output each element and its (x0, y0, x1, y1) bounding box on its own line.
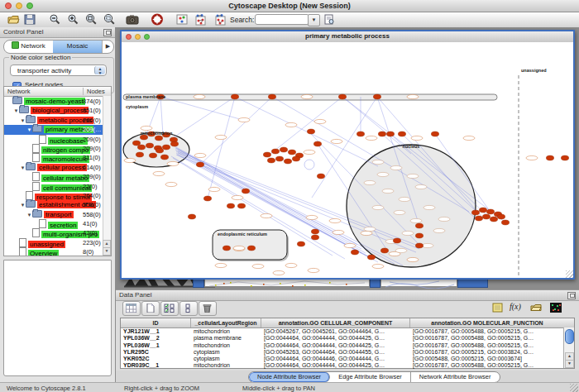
new-attribute-icon[interactable] (141, 301, 160, 316)
network-node[interactable] (227, 203, 234, 208)
app-resize-grip[interactable] (570, 384, 578, 392)
node-label-pill[interactable] (372, 160, 384, 164)
network-node[interactable] (284, 159, 291, 164)
network-edge[interactable] (235, 97, 378, 166)
matrix-icon[interactable] (548, 301, 562, 314)
disclosure-triangle-icon[interactable]: ▼ (20, 201, 26, 210)
node-label-pill[interactable] (382, 189, 394, 193)
network-node[interactable] (263, 152, 270, 157)
node-label-pill[interactable] (232, 195, 243, 199)
attribute-table-icon[interactable] (122, 301, 141, 316)
node-label-pill[interactable] (273, 270, 285, 275)
network-node[interactable] (380, 248, 388, 253)
network-node[interactable] (297, 241, 304, 246)
network-node[interactable] (203, 196, 211, 201)
node-label-pill[interactable] (526, 155, 538, 160)
layout-blue-icon[interactable] (213, 13, 227, 26)
node-label-pill[interactable] (394, 210, 405, 214)
network-node[interactable] (317, 174, 324, 179)
network-edge[interactable] (200, 97, 272, 165)
network-node[interactable] (155, 136, 162, 141)
node-label-pill[interactable] (364, 227, 376, 231)
tree-col-network[interactable]: Network (7, 88, 31, 95)
network-tree-row[interactable]: ▼transport558(0) (4, 210, 111, 219)
col-cellular-component[interactable]: annotation.GO CELLULAR_COMPONENT (261, 318, 410, 327)
table-row[interactable]: YPL036W__1mitochondrion[GO:0044464, GO:0… (121, 342, 574, 349)
node-label-pill[interactable] (285, 122, 297, 127)
network-node[interactable] (146, 143, 153, 148)
node-label-pill[interactable] (165, 182, 177, 186)
node-label-pill[interactable] (366, 136, 377, 140)
network-node[interactable] (275, 156, 283, 161)
help-icon[interactable] (151, 13, 164, 26)
network-tree-row[interactable]: Overview8(0) (4, 247, 111, 256)
disclosure-triangle-icon[interactable]: ▼ (20, 164, 26, 173)
zoom-fit-icon[interactable] (84, 13, 98, 26)
node-label-pill[interactable] (410, 218, 422, 222)
network-tree-row[interactable]: macromolecule311(0) (4, 153, 111, 162)
node-label-pill[interactable] (329, 218, 341, 222)
network-node[interactable] (393, 238, 400, 243)
col-id[interactable]: ID (121, 318, 191, 327)
network-node[interactable] (136, 152, 143, 157)
network-node[interactable] (338, 94, 346, 99)
node-label-pill[interactable] (331, 139, 342, 143)
node-label-pill[interactable] (314, 119, 326, 123)
node-label-pill[interactable] (153, 171, 165, 175)
tab-overflow-arrow-icon[interactable]: ▶ (102, 41, 113, 53)
network-edge[interactable] (342, 97, 411, 154)
network-node[interactable] (356, 131, 364, 136)
network-node[interactable] (367, 255, 375, 260)
network-tree-row[interactable]: ▼biological_process651(0) (4, 106, 111, 115)
node-label-pill[interactable] (407, 174, 419, 178)
col-layout-region[interactable]: _cellularLayoutRegion (191, 318, 261, 327)
zoom-selected-icon[interactable] (103, 13, 116, 26)
network-node[interactable] (386, 131, 394, 136)
zoom-in-icon[interactable] (66, 13, 79, 26)
network-edge[interactable] (160, 97, 163, 135)
scroll-down-icon[interactable]: ▼ (103, 247, 111, 256)
node-label-pill[interactable] (415, 184, 427, 189)
tab-mosaic[interactable]: Mosaic (53, 41, 102, 53)
disclosure-triangle-icon[interactable]: ▼ (13, 107, 19, 116)
network-node[interactable] (170, 141, 178, 146)
snapshot-icon[interactable] (126, 13, 139, 26)
unselect-attributes-icon[interactable] (179, 301, 198, 316)
node-label-pill[interactable] (402, 231, 414, 235)
node-label-pill[interactable] (390, 165, 402, 170)
node-label-pill[interactable] (372, 264, 384, 268)
network-node[interactable] (486, 209, 494, 214)
tab-network-attribute-browser[interactable]: Network Attribute Browser (411, 372, 500, 382)
network-node[interactable] (137, 145, 145, 150)
network-node[interactable] (162, 145, 170, 150)
node-label-pill[interactable] (233, 246, 245, 250)
node-label-pill[interactable] (308, 268, 319, 272)
node-label-pill[interactable] (438, 217, 450, 221)
network-tree-row[interactable]: nucleobase-209(0) (4, 135, 111, 144)
network-node[interactable] (311, 235, 318, 240)
col-molecular-function[interactable]: annotation.GO MOLECULAR_FUNCTION (410, 318, 564, 327)
network-node[interactable] (292, 156, 299, 161)
network-node[interactable] (475, 216, 482, 221)
scroll-down-icon[interactable]: ▼ (565, 360, 574, 368)
network-node[interactable] (546, 155, 553, 160)
table-scrollbar[interactable]: ▲ ▼ (563, 327, 574, 368)
network-node[interactable] (188, 214, 195, 219)
float-panel-icon[interactable] (103, 29, 112, 36)
node-label-pill[interactable] (252, 264, 264, 268)
network-node[interactable] (288, 150, 295, 155)
delete-attribute-icon[interactable] (199, 301, 217, 316)
search-options-icon[interactable]: ▼ (308, 14, 320, 26)
network-node[interactable] (231, 94, 238, 99)
float-panel-icon[interactable] (567, 292, 576, 299)
scrollbar-thumb[interactable] (565, 329, 574, 344)
formula-icon[interactable]: f(x) (508, 301, 523, 314)
network-node[interactable] (280, 147, 287, 152)
node-label-pill[interactable] (344, 243, 356, 247)
network-node[interactable] (373, 94, 380, 99)
node-label-pill[interactable] (423, 205, 435, 209)
network-node[interactable] (132, 141, 140, 146)
network-node[interactable] (490, 217, 497, 222)
network-tree-row[interactable]: cell communicat22(0) (4, 182, 111, 191)
node-label-pill[interactable] (194, 94, 205, 98)
